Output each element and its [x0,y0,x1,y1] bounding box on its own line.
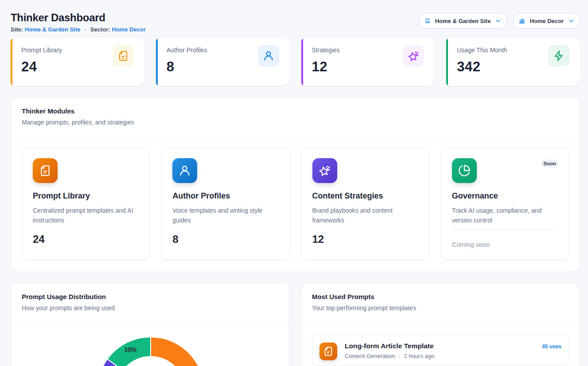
svg-text:15%: 15% [124,346,137,353]
